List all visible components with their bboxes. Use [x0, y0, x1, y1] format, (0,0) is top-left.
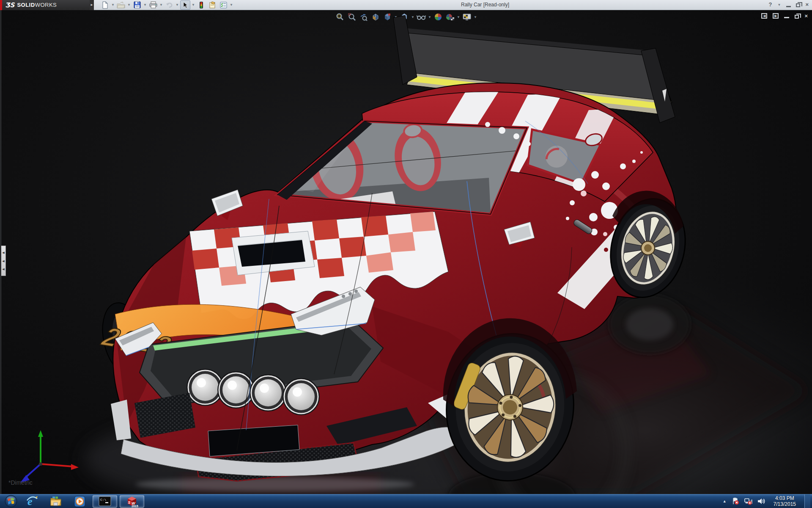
open-icon — [117, 2, 125, 8]
taskbar-windows-explorer[interactable] — [44, 494, 68, 508]
view-orientation-label: *Dimetric — [8, 479, 33, 486]
start-button[interactable] — [2, 494, 20, 508]
title-bar: ƷS SOLIDWORKS ► ▼ ▼ ▼ ▼ ▼ ▼ ▼ Rally — [0, 0, 812, 10]
new-dropdown-caret[interactable]: ▼ — [111, 3, 115, 7]
show-hidden-icons-button[interactable]: ▲ — [723, 499, 727, 503]
brand-mark: ƷS — [5, 1, 14, 9]
windows-taskbar: e C:\ S — [0, 494, 812, 508]
close-button[interactable]: × — [805, 1, 809, 8]
rally-car-model[interactable]: 2012 — [0, 10, 812, 494]
clock-date: 7/13/2015 — [774, 501, 796, 507]
open-dropdown-caret[interactable]: ▼ — [127, 3, 131, 7]
options-dropdown-caret[interactable]: ▼ — [229, 3, 233, 7]
command-prompt-icon: C:\ — [99, 496, 111, 506]
windows-start-icon — [5, 495, 17, 508]
print-button[interactable] — [148, 0, 158, 10]
action-center-icon[interactable] — [732, 497, 739, 505]
taskbar-internet-explorer[interactable]: e — [20, 494, 44, 508]
menu-expand-arrow[interactable]: ► — [90, 0, 94, 10]
taskbar-command-prompt[interactable]: C:\ — [93, 495, 117, 508]
sw-label-s: S — [128, 500, 131, 505]
help-dropdown-caret[interactable]: ▼ — [777, 3, 781, 7]
sw-year: 2015 — [132, 505, 138, 507]
taskbar-clock[interactable]: 4:03 PM 7/13/2015 — [770, 495, 799, 507]
open-button[interactable] — [116, 0, 126, 10]
solidworks-2015-icon: S W 2015 — [126, 495, 138, 507]
media-player-icon — [74, 496, 85, 507]
brand-bold: SOLID — [17, 2, 35, 8]
clock-time: 4:03 PM — [774, 495, 796, 501]
file-properties-button[interactable] — [207, 0, 217, 10]
minimize-button[interactable] — [786, 6, 791, 7]
reference-triad — [20, 430, 79, 483]
cmd-label: C:\ — [100, 498, 107, 502]
folder-icon — [50, 496, 62, 507]
new-document-icon — [102, 1, 109, 9]
print-dropdown-caret[interactable]: ▼ — [159, 3, 163, 7]
undo-icon — [165, 2, 173, 8]
new-document-button[interactable] — [100, 0, 110, 10]
rebuild-button[interactable] — [196, 0, 206, 10]
document-title: Rally Car [Read-only] — [461, 2, 509, 8]
taskbar-media-player[interactable] — [68, 494, 91, 508]
select-button[interactable] — [180, 0, 190, 10]
save-icon — [134, 1, 141, 8]
rebuild-traffic-light-icon — [199, 1, 203, 9]
graphics-viewport[interactable]: ◀ ◀ ◀ ▼ ▼ ▼ ▼ ▼ — [0, 10, 812, 494]
save-button[interactable] — [132, 0, 142, 10]
select-arrow-icon — [183, 2, 188, 8]
internet-explorer-icon: e — [26, 495, 38, 507]
solidworks-logo: ƷS SOLIDWORKS — [0, 0, 90, 10]
save-dropdown-caret[interactable]: ▼ — [143, 3, 147, 7]
print-icon — [149, 1, 157, 8]
options-button[interactable] — [218, 0, 228, 10]
standard-toolbar: ▼ ▼ ▼ ▼ ▼ ▼ ▼ — [100, 0, 233, 10]
network-disconnected-icon[interactable] — [744, 497, 752, 505]
volume-icon[interactable] — [757, 498, 765, 505]
help-button[interactable]: ? — [768, 1, 772, 8]
undo-button[interactable] — [164, 0, 174, 10]
restore-button[interactable] — [796, 3, 800, 7]
undo-dropdown-caret[interactable]: ▼ — [175, 3, 179, 7]
options-icon — [220, 2, 227, 8]
taskbar-solidworks-2015[interactable]: S W 2015 — [120, 495, 144, 508]
show-desktop-button[interactable] — [804, 494, 810, 508]
select-dropdown-caret[interactable]: ▼ — [191, 3, 195, 7]
brand-light: WORKS — [35, 2, 57, 8]
file-properties-icon — [208, 1, 216, 8]
system-tray: ▲ 4:03 PM 7/13/2015 — [723, 494, 812, 508]
app-window-controls: ? ▼ × — [768, 1, 809, 8]
